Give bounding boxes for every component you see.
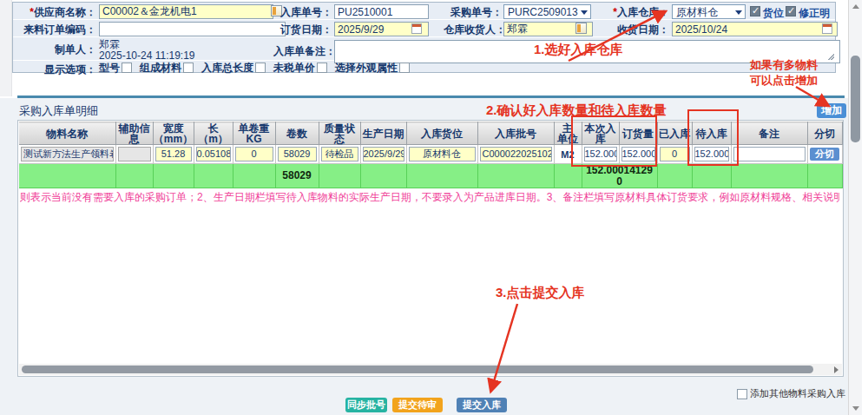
annotation-step3: 3.点击提交入库 <box>496 285 585 301</box>
display-options-label: 显示选项： <box>13 63 96 77</box>
summary-empty-cell <box>194 164 233 188</box>
column-header: 待入库 <box>692 122 731 145</box>
summary-empty-cell <box>115 164 153 188</box>
calendar-icon[interactable] <box>411 23 422 34</box>
purchase-no-label: 采购单号： <box>444 5 503 20</box>
order-date-label: 订货日期： <box>273 23 332 37</box>
option-material-checkbox[interactable] <box>183 63 194 73</box>
inbound-no-input[interactable] <box>334 4 429 19</box>
scroll-right-arrow-icon[interactable] <box>834 366 838 373</box>
submit-review-button[interactable]: 提交待审 <box>392 398 443 412</box>
scroll-down-arrow-icon[interactable] <box>852 406 859 411</box>
vertical-scrollbar-thumb[interactable] <box>851 56 860 142</box>
received-qty-input: 0 <box>660 147 690 161</box>
receive-date-input[interactable] <box>672 22 838 36</box>
column-header: 分切 <box>807 122 842 145</box>
material-order-label: 来料订单编码： <box>13 23 96 37</box>
summary-empty-cell <box>554 164 582 188</box>
option-material-label: 组成材料 <box>140 61 181 76</box>
aux-info-cell <box>118 147 151 161</box>
horizontal-scrollbar[interactable] <box>19 364 842 375</box>
option-appearance-label: 选择外观属性 <box>335 61 398 76</box>
summary-empty-cell <box>692 164 731 188</box>
summary-empty-cell <box>807 164 842 188</box>
receiver-label: 仓库收货人： <box>444 23 503 37</box>
detail-table: 物料名称辅助信息宽度 （mm）长 （m）单卷重 KG卷数质量状态生产日期入库货位… <box>19 122 843 188</box>
option-model-checkbox[interactable] <box>122 63 132 73</box>
detail-grid-container: 物料名称辅助信息宽度 （mm）长 （m）单卷重 KG卷数质量状态生产日期入库货位… <box>17 120 844 377</box>
annotation-step2: 2.确认好入库数量和待入库数量 <box>486 102 667 119</box>
current-inbound-input[interactable]: 152.0001 <box>584 147 617 161</box>
add-other-material-option: 添加其他物料采购入库 <box>737 387 845 400</box>
scroll-up-arrow-icon[interactable] <box>852 4 859 9</box>
vertical-scrollbar[interactable] <box>848 0 862 415</box>
purchase-no-select[interactable]: PURC2509013 <box>503 4 591 19</box>
option-price-checkbox[interactable] <box>317 63 327 73</box>
summary-empty-cell <box>233 164 275 188</box>
section-divider <box>17 96 845 98</box>
left-edge-strip <box>0 0 12 96</box>
inbound-header-form: *供应商名称： 入库单号： 采购单号： PURC2509013 *入库仓库： 原… <box>12 2 836 73</box>
detail-row: 测试新方法生产领料卷料51.280.05108058029待检品2025/9/2… <box>19 145 842 164</box>
order-qty-input[interactable]: 152.0001 <box>621 147 655 161</box>
column-header: 宽度 （mm） <box>153 122 194 145</box>
display-options-group: 型号 组成材料 入库总长度 未税单价 选择外观属性 <box>99 62 410 74</box>
material-order-input[interactable] <box>99 22 286 36</box>
quality-status-input[interactable]: 待检品 <box>321 147 358 161</box>
column-header: 生产日期 <box>360 122 406 145</box>
pending-inbound-input[interactable]: 152.0001 <box>694 147 729 161</box>
production-date-input[interactable]: 2025/9/29 1 <box>363 147 404 161</box>
column-header: 质量状态 <box>319 122 360 145</box>
purchase-no-value: PURC2509013 <box>508 6 578 18</box>
add-other-material-checkbox[interactable] <box>737 389 747 399</box>
roll-weight-input[interactable]: 0 <box>235 147 273 161</box>
sync-batch-button[interactable]: 同步批号 <box>345 398 387 412</box>
location-checkbox[interactable] <box>750 6 760 16</box>
column-header: 长 （m） <box>194 122 233 145</box>
summary-empty-cell <box>153 164 194 188</box>
inbound-batch-input[interactable]: C000022025102411 <box>480 147 552 161</box>
chevron-down-icon <box>735 10 742 15</box>
column-header: 订货量 <box>619 122 657 145</box>
option-appearance-checkbox[interactable] <box>399 63 410 73</box>
option-length-label: 入库总长度 <box>201 61 253 76</box>
calendar-icon[interactable] <box>822 23 832 34</box>
warehouse-label: *入库仓库： <box>586 5 669 20</box>
annotation-step1: 1.选好入库仓库 <box>534 42 623 58</box>
detail-section-title: 采购入库单明细 <box>19 103 98 119</box>
fix-location-checkbox[interactable] <box>786 6 796 16</box>
summary-row: 58029152.00014129 0 <box>19 164 842 188</box>
creator-value: 郑霖 2025-10-24 11:19:19 <box>99 39 195 62</box>
supplier-input[interactable] <box>99 4 273 19</box>
summary-empty-cell <box>406 164 477 188</box>
roll-count-input[interactable]: 58029 <box>278 147 317 161</box>
column-header: 备注 <box>731 122 807 145</box>
length-input[interactable]: 0.05108 <box>196 147 231 161</box>
column-header: 本次入库 <box>582 122 619 145</box>
row-remark-input[interactable] <box>733 147 806 161</box>
horizontal-scrollbar-thumb[interactable] <box>22 366 813 373</box>
help-text: 则表示当前没有需要入库的采购订单；2、生产日期栏填写待入库物料的实际生产日期，不… <box>20 190 839 205</box>
inbound-no-label: 入库单号： <box>273 5 332 20</box>
inbound-location-input[interactable]: 原材料仓 <box>409 147 476 161</box>
width-input[interactable]: 51.28 <box>155 147 192 161</box>
resize-grip-icon[interactable] <box>827 53 834 60</box>
column-header: 单卷重 KG <box>233 122 275 145</box>
warehouse-select[interactable]: 原材料仓 <box>672 4 746 19</box>
add-row-button[interactable]: 增加 <box>817 103 846 118</box>
summary-empty-cell <box>319 164 360 188</box>
split-button[interactable]: 分切 <box>810 148 839 161</box>
supplier-label: *供应商名称： <box>13 5 96 20</box>
warehouse-value: 原材料仓 <box>676 6 718 18</box>
row-separator <box>13 36 835 37</box>
creator-label: 制单人： <box>13 43 96 57</box>
option-length-checkbox[interactable] <box>255 63 266 73</box>
option-price-label: 未税单价 <box>273 61 315 76</box>
column-header: 物料名称 <box>19 122 115 145</box>
summary-value-cell: 58029 <box>275 164 319 188</box>
column-header: 入库批号 <box>477 122 554 145</box>
column-header: 卷数 <box>275 122 319 145</box>
column-header: 已入库 <box>657 122 692 145</box>
submit-inbound-button[interactable]: 提交入库 <box>457 398 507 412</box>
option-model-label: 型号 <box>99 61 120 76</box>
